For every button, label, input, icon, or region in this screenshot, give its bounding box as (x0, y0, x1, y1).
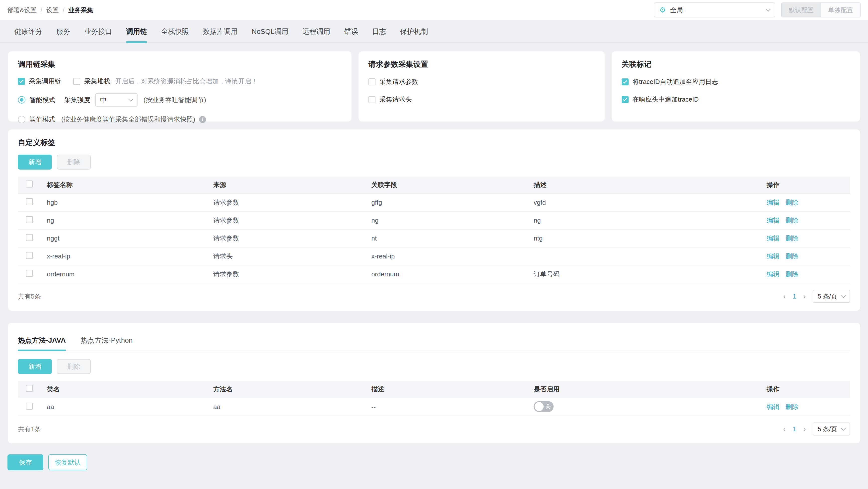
collect-stack-checkbox[interactable] (73, 78, 80, 85)
cell-field: gffg (363, 193, 525, 211)
edit-link[interactable]: 编辑 (767, 217, 780, 224)
tab-fullstack-snapshot[interactable]: 全栈快照 (154, 20, 196, 42)
select-all-checkbox[interactable] (26, 385, 33, 392)
cell-source: 请求参数 (204, 211, 363, 229)
edit-link[interactable]: 编辑 (767, 403, 780, 411)
breadcrumb-separator: / (63, 6, 64, 14)
delete-tag-button[interactable]: 删除 (57, 155, 91, 169)
edit-link[interactable]: 编辑 (767, 270, 780, 278)
traceid-to-log-checkbox[interactable] (622, 78, 628, 86)
cell-source: 请求头 (204, 247, 363, 265)
row-checkbox[interactable] (26, 270, 33, 277)
section-title: 自定义标签 (18, 137, 850, 148)
prev-page-icon[interactable]: ‹ (783, 293, 786, 300)
page-size-value: 5 条/页 (818, 425, 837, 433)
pagination: ‹ 1 › 5 条/页 (783, 423, 850, 435)
table-row: x-real-ip 请求头 x-real-ip 编辑删除 (18, 247, 850, 265)
tab-log[interactable]: 日志 (365, 20, 393, 42)
smart-mode-hint: (按业务吞吐智能调节) (144, 96, 206, 104)
col-header-action: 操作 (757, 176, 850, 193)
row-checkbox[interactable] (26, 252, 33, 259)
toggle-knob (535, 402, 544, 411)
edit-link[interactable]: 编辑 (767, 253, 780, 260)
scope-select[interactable]: ⚙ 全局 (654, 2, 775, 18)
collect-request-headers-checkbox[interactable] (369, 96, 375, 103)
page-number[interactable]: 1 (793, 425, 796, 433)
breadcrumb: 部署&设置 / 设置 / 业务采集 (7, 6, 93, 14)
add-method-button[interactable]: 新增 (18, 359, 52, 374)
tab-business-api[interactable]: 业务接口 (77, 20, 119, 42)
table-header-row: 标签名称 来源 关联字段 描述 操作 (18, 176, 850, 193)
default-config-button[interactable]: 默认配置 (781, 2, 821, 18)
cell-desc (525, 247, 757, 265)
tab-hot-methods-python[interactable]: 热点方法-Python (81, 332, 133, 351)
smart-mode-radio[interactable] (18, 96, 25, 104)
info-icon[interactable]: i (199, 116, 206, 123)
tab-protection[interactable]: 保护机制 (393, 20, 435, 42)
table-header-row: 类名 方法名 描述 是否启用 操作 (18, 381, 850, 398)
delete-link[interactable]: 删除 (785, 403, 799, 411)
tab-service[interactable]: 服务 (49, 20, 77, 42)
enable-toggle[interactable]: 关 (534, 401, 554, 412)
page-size-select[interactable]: 5 条/页 (813, 290, 850, 303)
row-checkbox[interactable] (26, 234, 33, 241)
delete-link[interactable]: 删除 (785, 253, 799, 260)
cell-name: nggt (38, 229, 204, 247)
tab-trace[interactable]: 调用链 (119, 20, 154, 42)
intensity-label: 采集强度 (64, 96, 90, 104)
collect-request-params-label: 采集请求参数 (379, 77, 418, 86)
cell-name: hgb (38, 193, 204, 211)
save-button[interactable]: 保存 (7, 454, 43, 470)
next-page-icon[interactable]: › (803, 293, 806, 300)
cell-field: ng (363, 211, 525, 229)
col-header-name: 标签名称 (38, 176, 204, 193)
collect-trace-checkbox[interactable] (18, 78, 25, 85)
delete-link[interactable]: 删除 (785, 270, 799, 278)
row-checkbox[interactable] (26, 402, 33, 410)
cell-source: 请求参数 (204, 193, 363, 211)
cell-name: x-real-ip (38, 247, 204, 265)
chevron-down-icon (766, 7, 771, 12)
tab-remote-call[interactable]: 远程调用 (296, 20, 337, 42)
col-header-desc: 描述 (363, 381, 525, 398)
intensity-select[interactable]: 中 (95, 93, 137, 106)
delete-method-button[interactable]: 删除 (57, 359, 91, 374)
stack-warning-text: 开启后，对系统资源消耗占比会增加，谨慎开启！ (115, 77, 258, 86)
traceid-to-response-checkbox[interactable] (622, 96, 628, 103)
delete-link[interactable]: 删除 (785, 199, 799, 206)
add-tag-button[interactable]: 新增 (18, 155, 52, 169)
select-all-checkbox[interactable] (26, 181, 33, 188)
tab-nosql-call[interactable]: NoSQL调用 (245, 20, 296, 42)
tab-database-call[interactable]: 数据库调用 (196, 20, 245, 42)
tab-hot-methods-java[interactable]: 热点方法-JAVA (18, 332, 66, 351)
collect-request-params-checkbox[interactable] (369, 78, 375, 86)
page-size-select[interactable]: 5 条/页 (813, 423, 850, 435)
delete-link[interactable]: 删除 (785, 234, 799, 242)
row-checkbox[interactable] (26, 198, 33, 205)
cell-source: 请求参数 (204, 265, 363, 283)
delete-link[interactable]: 删除 (785, 217, 799, 224)
table-row: aa aa -- 关 编辑删除 (18, 398, 850, 416)
threshold-mode-hint: (按业务健康度阈值采集全部错误和慢请求快照) (61, 115, 195, 124)
check-icon (623, 97, 627, 101)
correlation-mark-card: 关联标记 将traceID自动追加至应用日志 在响应头中追加traceID (611, 51, 861, 122)
separate-config-button[interactable]: 单独配置 (821, 2, 861, 18)
page-number[interactable]: 1 (793, 293, 796, 300)
cell-field: x-real-ip (363, 247, 525, 265)
tab-health-score[interactable]: 健康评分 (7, 20, 49, 42)
prev-page-icon[interactable]: ‹ (783, 425, 786, 433)
breadcrumb-item-deploy[interactable]: 部署&设置 (7, 6, 37, 14)
tab-error[interactable]: 错误 (337, 20, 365, 42)
table-row: hgb 请求参数 gffg vgfd 编辑删除 (18, 193, 850, 211)
threshold-mode-radio[interactable] (18, 116, 25, 123)
collect-request-headers-label: 采集请求头 (379, 95, 412, 104)
col-header-desc: 描述 (525, 176, 757, 193)
chevron-down-icon (841, 426, 846, 431)
restore-default-button[interactable]: 恢复默认 (48, 454, 87, 470)
row-checkbox[interactable] (26, 216, 33, 223)
edit-link[interactable]: 编辑 (767, 199, 780, 206)
hot-methods-tabbar: 热点方法-JAVA 热点方法-Python (18, 332, 850, 351)
breadcrumb-item-settings[interactable]: 设置 (46, 6, 59, 14)
edit-link[interactable]: 编辑 (767, 234, 780, 242)
next-page-icon[interactable]: › (803, 425, 806, 433)
